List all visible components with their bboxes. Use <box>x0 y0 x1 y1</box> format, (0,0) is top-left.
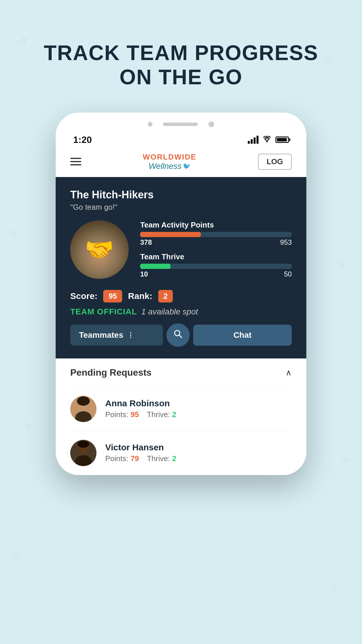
team-official-row: TEAM OFFICIAL 1 available spot <box>70 307 292 316</box>
hamburger-line-3 <box>70 164 81 165</box>
activity-current: 378 <box>140 238 152 246</box>
pending-header[interactable]: Pending Requests ∧ <box>70 358 292 387</box>
action-buttons: Teammates ⋮ Chat <box>70 323 292 347</box>
page-header: TRACK TEAM PROGRESS ON THE GO <box>0 0 362 113</box>
chat-button[interactable]: Chat <box>193 325 292 346</box>
victor-points-value: 79 <box>131 454 139 463</box>
team-official-label: TEAM OFFICIAL <box>70 307 137 316</box>
anna-thrive-value: 2 <box>172 410 176 419</box>
signal-bars <box>248 136 259 144</box>
svg-line-2 <box>179 335 182 338</box>
logo-bird-icon: 🐦 <box>183 162 191 170</box>
svg-point-10 <box>78 441 89 448</box>
anna-points-value: 95 <box>131 410 139 419</box>
score-badge: 95 <box>103 290 122 302</box>
pending-title: Pending Requests <box>70 367 152 378</box>
phone-camera <box>148 121 214 127</box>
thrive-label: Team Thrive <box>140 252 292 261</box>
anna-thrive-label: Thrive: <box>147 410 170 419</box>
hamburger-line-2 <box>70 161 81 162</box>
team-avatar-image <box>70 220 129 279</box>
phone-mockup: 1:20 <box>0 113 362 475</box>
svg-point-4 <box>75 411 92 422</box>
teammates-label: Teammates <box>79 330 123 340</box>
victor-points-label: Points: <box>105 454 129 463</box>
chevron-up-icon: ∧ <box>286 368 292 377</box>
status-icons <box>248 135 289 144</box>
activity-total: 953 <box>280 238 292 246</box>
page-title: TRACK TEAM PROGRESS ON THE GO <box>0 41 362 89</box>
thrive-progress-fill <box>140 264 171 269</box>
svg-point-0 <box>266 141 268 142</box>
app-header: WORLDWIDE Wellness 🐦 LOG <box>56 148 306 177</box>
user-info-anna: Anna Robinson Points: 95 Thrive: 2 <box>105 398 292 419</box>
teammates-button[interactable]: Teammates ⋮ <box>70 325 163 346</box>
signal-bar-3 <box>254 137 256 144</box>
score-label: Score: <box>70 291 97 301</box>
score-rank-row: Score: 95 Rank: 2 <box>70 290 292 302</box>
logo-wellness: Wellness <box>149 162 182 171</box>
user-stats-victor: Points: 79 Thrive: 2 <box>105 454 292 463</box>
phone-speaker <box>163 123 198 126</box>
victor-thrive-label: Thrive: <box>147 454 170 463</box>
signal-bar-1 <box>248 141 250 144</box>
more-options-icon: ⋮ <box>127 331 134 339</box>
user-info-victor: Victor Hansen Points: 79 Thrive: 2 <box>105 442 292 463</box>
team-name: The Hitch-Hikers <box>70 189 292 201</box>
activity-progress-numbers: 378 953 <box>140 238 292 246</box>
user-avatar-anna <box>70 396 96 422</box>
svg-point-7 <box>75 455 92 466</box>
status-time: 1:20 <box>73 134 92 145</box>
camera-dot-left <box>148 122 152 127</box>
user-name-anna: Anna Robinson <box>105 398 292 408</box>
pending-section: Pending Requests ∧ Anna Robinson Points: <box>56 358 306 475</box>
signal-bar-4 <box>256 136 259 144</box>
signal-bar-2 <box>251 139 253 144</box>
phone-frame: 1:20 <box>56 113 306 475</box>
thrive-total: 50 <box>284 270 292 278</box>
team-motto: "Go team go!" <box>70 203 292 212</box>
battery-icon <box>275 136 289 143</box>
user-item-anna[interactable]: Anna Robinson Points: 95 Thrive: 2 <box>70 387 292 431</box>
rank-label: Rank: <box>128 291 152 301</box>
team-stats: Team Activity Points 378 953 Team Thrive… <box>140 220 292 284</box>
menu-button[interactable] <box>70 158 81 165</box>
thrive-progress-numbers: 10 50 <box>140 270 292 278</box>
activity-progress-bar <box>140 232 292 237</box>
logo-worldwide: WORLDWIDE <box>143 153 196 162</box>
status-bar: 1:20 <box>56 132 306 148</box>
phone-hardware-top <box>56 113 306 132</box>
wifi-icon <box>263 135 271 144</box>
user-stats-anna: Points: 95 Thrive: 2 <box>105 410 292 419</box>
team-avatar <box>70 220 129 279</box>
hamburger-line-1 <box>70 158 81 159</box>
activity-progress-fill <box>140 232 201 237</box>
user-avatar-victor <box>70 440 96 466</box>
thrive-current: 10 <box>140 270 148 278</box>
anna-points-label: Points: <box>105 410 129 419</box>
search-icon <box>173 329 183 341</box>
team-card: The Hitch-Hikers "Go team go!" Team Acti… <box>56 177 306 358</box>
camera-dot-right <box>208 121 214 127</box>
search-button[interactable] <box>166 323 190 347</box>
user-item-victor[interactable]: Victor Hansen Points: 79 Thrive: 2 <box>70 431 292 475</box>
available-spot: 1 available spot <box>141 307 198 316</box>
user-name-victor: Victor Hansen <box>105 442 292 452</box>
app-logo: WORLDWIDE Wellness 🐦 <box>143 153 196 171</box>
rank-badge: 2 <box>158 290 173 302</box>
activity-points-label: Team Activity Points <box>140 220 292 230</box>
victor-thrive-value: 2 <box>172 454 176 463</box>
thrive-progress-bar <box>140 264 292 269</box>
svg-point-6 <box>77 396 90 406</box>
log-button[interactable]: LOG <box>258 154 292 170</box>
team-info-row: Team Activity Points 378 953 Team Thrive… <box>70 220 292 284</box>
